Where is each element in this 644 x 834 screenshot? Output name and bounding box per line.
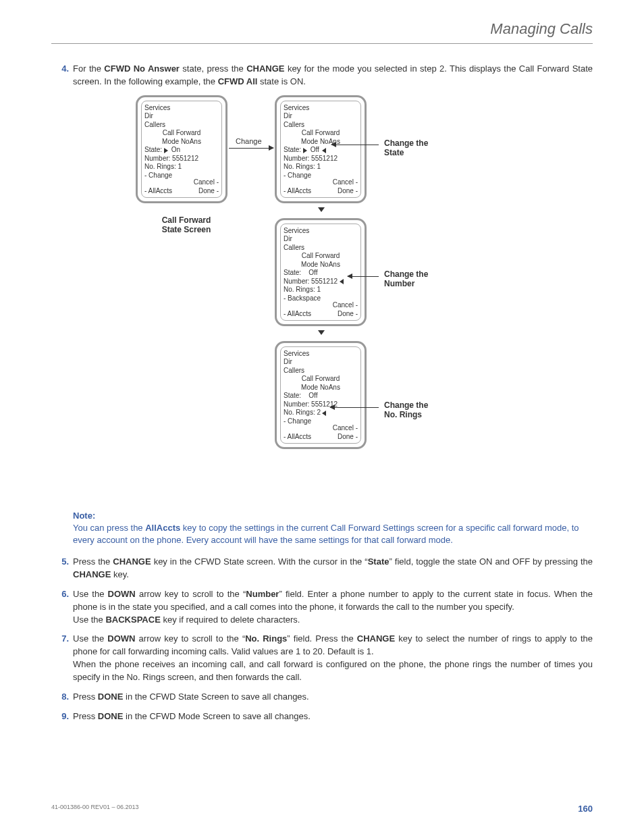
page-footer: 41-001386-00 REV01 – 06.2013 160 — [51, 804, 593, 814]
t: State — [368, 556, 390, 567]
t: On — [171, 146, 180, 153]
t: Cancel - — [333, 424, 358, 433]
t: Number: 5551212 — [144, 155, 219, 163]
t: Call Forward — [284, 375, 358, 384]
step-4-body: For the CFWD No Answer state, press the … — [73, 63, 593, 88]
t: No. Rings: 1 — [144, 163, 219, 172]
t: CHANGE — [73, 569, 111, 579]
t: When the phone receives an incoming call… — [73, 659, 593, 682]
t: CHANGE — [113, 556, 151, 567]
t: Use the — [73, 589, 108, 599]
screen-change-number: Services Dir Callers Call Forward Mode N… — [275, 218, 367, 326]
t: Dir — [284, 358, 358, 367]
t: - AllAccts — [284, 310, 311, 319]
t: You can press the — [73, 523, 145, 533]
t: Callers — [284, 244, 358, 253]
step-5: 5. Press the CHANGE key in the CFWD Stat… — [57, 556, 593, 581]
content-area: 4. For the CFWD No Answer state, press t… — [51, 63, 593, 723]
t: Use the — [73, 615, 105, 625]
t: Call Forward — [284, 129, 358, 138]
step-9-num: 9. — [57, 710, 69, 723]
arrow-left-icon — [322, 148, 326, 153]
t: No. Rings: 1 — [284, 286, 358, 294]
t: - Backspace — [284, 294, 321, 303]
t: Cancel - — [333, 178, 358, 187]
t: Mode NoAns — [144, 138, 219, 147]
step-9: 9. Press DONE in the CFWD Mode Screen to… — [57, 710, 593, 723]
t: No. Rings: 1 — [284, 163, 358, 172]
t: - Change — [284, 417, 311, 426]
t: Callers — [144, 121, 219, 130]
t: - AllAccts — [284, 187, 311, 196]
note-head: Note: — [73, 510, 593, 522]
step-7-num: 7. — [57, 633, 69, 683]
row: - AllAcctsDone - — [284, 433, 358, 442]
row: - AllAcctsDone - — [144, 187, 219, 196]
t: Services — [284, 350, 358, 359]
t: Off — [308, 392, 317, 399]
down-arrow-icon — [318, 329, 325, 336]
t: No. Rings — [245, 633, 287, 644]
step-4: 4. For the CFWD No Answer state, press t… — [57, 63, 593, 88]
t: Press — [73, 692, 98, 702]
t: State: — [284, 146, 301, 153]
t: Press — [73, 711, 98, 721]
t: For the — [73, 63, 104, 74]
t: Call Forward — [144, 129, 219, 138]
step-8-body: Press DONE in the CFWD State Screen to s… — [73, 691, 593, 704]
footer-left: 41-001386-00 REV01 – 06.2013 — [51, 804, 139, 814]
page-number: 160 — [578, 804, 593, 814]
t: Callers — [284, 367, 358, 375]
t: No. Rings: 2 — [284, 409, 321, 416]
row: - AllAcctsDone - — [284, 187, 358, 196]
page-header: Managing Calls — [51, 20, 593, 44]
arrow-left-icon — [322, 411, 326, 416]
t: Press the — [73, 556, 113, 567]
t: in the CFWD State Screen to save all cha… — [123, 692, 308, 702]
step-5-body: Press the CHANGE key in the CFWD State s… — [73, 556, 593, 581]
play-icon — [303, 148, 307, 153]
play-icon — [164, 148, 168, 153]
t: key. — [111, 569, 129, 579]
row: - AllAcctsDone - — [284, 310, 358, 319]
t: - AllAccts — [284, 433, 311, 442]
arrow-number — [348, 276, 379, 277]
t: Number — [246, 589, 279, 599]
diagram: Services Dir Callers Call Forward Mode N… — [136, 95, 514, 500]
t: DOWN — [107, 633, 135, 644]
state-row: State: Off — [284, 392, 358, 400]
t: Callers — [284, 121, 358, 130]
t: State: — [144, 146, 162, 153]
change-label: Change — [236, 137, 262, 145]
t: arrow key to scroll to the “ — [136, 633, 246, 644]
t: BACKSPACE — [105, 615, 160, 625]
t: key in the CFWD State screen. With the c… — [151, 556, 368, 567]
step-6-num: 6. — [57, 588, 69, 627]
t: CHANGE — [357, 633, 395, 644]
t: Cancel - — [194, 178, 219, 187]
t: Dir — [284, 235, 358, 244]
note-body: You can press the AllAccts key to copy t… — [73, 522, 593, 546]
t: ” field, toggle the state ON and OFF by … — [389, 556, 593, 567]
screen-change-rings: Services Dir Callers Call Forward Mode N… — [275, 341, 367, 449]
t: - Change — [284, 172, 311, 180]
label-change-number: Change the Number — [384, 269, 428, 289]
step-4-num: 4. — [57, 63, 69, 88]
arrow-left-icon — [340, 279, 344, 284]
t: - AllAccts — [144, 187, 172, 196]
t: Services — [284, 104, 358, 113]
t: Done - — [338, 187, 358, 196]
t: Dir — [144, 112, 219, 121]
t: AllAccts — [145, 523, 180, 533]
screen-cf-state: Services Dir Callers Call Forward Mode N… — [136, 95, 227, 203]
label-change-rings: Change the No. Rings — [384, 400, 428, 420]
step-7-body: Use the DOWN arrow key to scroll to the … — [73, 633, 593, 683]
step-6-body: Use the DOWN arrow key to scroll to the … — [73, 588, 593, 627]
t: - Change — [144, 172, 172, 180]
t: Mode NoAns — [284, 261, 358, 269]
screen-change-state: Services Dir Callers Call Forward Mode N… — [275, 95, 367, 203]
t: Call Forward — [284, 252, 358, 261]
t: Off — [311, 146, 319, 153]
t: Cancel - — [333, 301, 358, 310]
t: DONE — [98, 711, 124, 721]
